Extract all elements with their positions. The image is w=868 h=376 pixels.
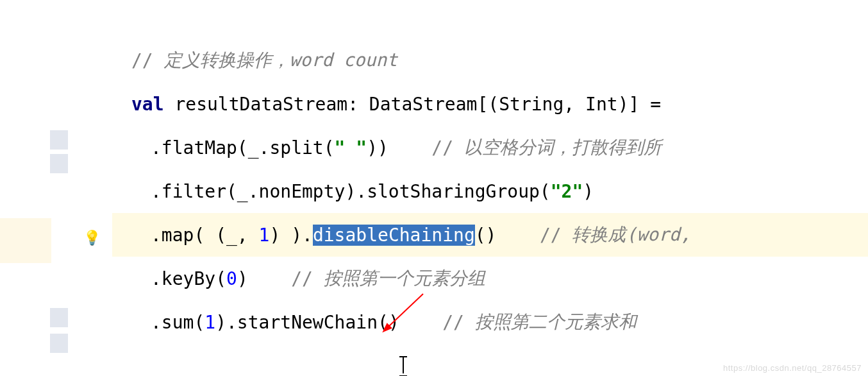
code-text: ) (583, 181, 594, 202)
code-line: // 定义转换操作，word count (112, 38, 868, 82)
code-text: ).startNewChain() (215, 312, 442, 333)
code-line: .sum(1).startNewChain() // 按照第二个元素求和 (112, 300, 868, 344)
code-text: .sum( (151, 312, 204, 333)
comment-slashes: // (291, 268, 324, 289)
gutter-mark (50, 308, 68, 327)
gutter-mark (50, 154, 68, 173)
number-literal: 0 (226, 268, 237, 289)
selected-text[interactable]: disableChaining (313, 225, 475, 246)
code-line-current: .map( (_, 1) ).disableChaining() // 转换成(… (112, 213, 868, 257)
gutter-mark (50, 334, 68, 353)
watermark-text: https://blog.csdn.net/qq_28764557 (723, 363, 862, 373)
comment-text: 以空格分词，打散得到所 (464, 135, 662, 160)
comment-slashes: // (431, 137, 464, 158)
intention-bulb-icon[interactable]: 💡 (83, 230, 101, 246)
code-text: , (563, 94, 585, 115)
comment-text: 按照第一个元素分组 (324, 266, 485, 291)
code-text: resultDataStream: DataStream[( (164, 94, 499, 115)
code-line: .filter(_.nonEmpty).slotSharingGroup("2"… (112, 169, 868, 213)
code-text: .keyBy( (151, 268, 226, 289)
comment-slashes: // (540, 225, 572, 246)
gutter-highlight-current (0, 218, 51, 263)
code-text: ) ). (269, 225, 312, 246)
code-text: ) (237, 268, 291, 289)
comment-text: 按照第二个元素求和 (475, 310, 637, 334)
number-literal: 1 (204, 312, 215, 333)
type-string: String (499, 94, 563, 115)
code-line: .flatMap(_.split(" ")) // 以空格分词，打散得到所 (112, 126, 868, 169)
comment-text: 转换成(word, (572, 223, 690, 247)
code-text: .map( (_, (151, 225, 259, 246)
string-literal: " " (335, 137, 367, 158)
number-literal: 1 (259, 225, 270, 246)
comment-slashes: // (442, 312, 475, 333)
comment-slashes: // (131, 50, 164, 71)
code-text: .filter(_.nonEmpty).slotSharingGroup( (151, 181, 551, 202)
string-literal: "2" (551, 181, 583, 202)
editor-gutter (0, 0, 77, 376)
code-text: () (475, 225, 540, 246)
comment-text: 定义转换操作，word count (164, 48, 398, 73)
code-text: )] = (618, 94, 672, 115)
code-line: val resultDataStream: DataStream[(String… (112, 82, 868, 126)
code-editor[interactable]: // 定义转换操作，word count val resultDataStrea… (112, 0, 868, 376)
code-line: .keyBy(0) // 按照第一个元素分组 (112, 257, 868, 300)
code-text: )) (367, 137, 431, 158)
code-text: .flatMap(_.split( (151, 137, 335, 158)
type-int: Int (585, 94, 618, 115)
code-line (112, 0, 868, 38)
keyword-val: val (131, 94, 164, 115)
gutter-mark (50, 130, 68, 150)
text-caret-icon (399, 357, 408, 376)
